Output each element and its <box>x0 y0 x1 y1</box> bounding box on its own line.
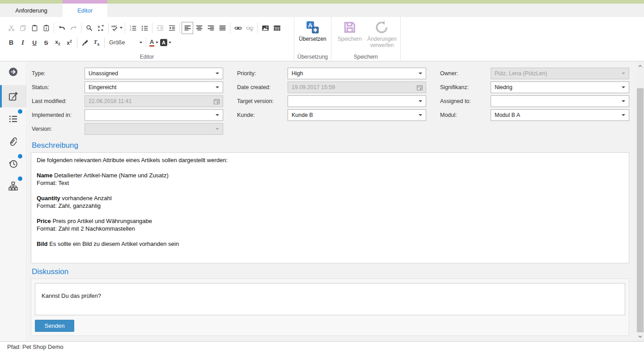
insert-image-button[interactable] <box>259 22 271 34</box>
save-button-label: Speichern <box>338 36 362 42</box>
form-row: Assigned to: <box>440 95 629 107</box>
sidebar-item-attachments[interactable] <box>0 130 26 152</box>
ribbon-toolbar: TbaABC12 BIUSx2x2TxGrößeAA Editor A Über… <box>0 17 644 61</box>
select-field-signifikanz[interactable]: Niedrig <box>491 82 629 93</box>
highlight-color-icon: A <box>160 39 167 46</box>
sidebar-item-collapse[interactable] <box>0 61 26 82</box>
field-label: Implemented in: <box>32 112 85 118</box>
toolbar-row-2: BIUSx2x2TxGrößeAA <box>5 36 294 49</box>
select-field-target-version[interactable] <box>288 95 426 107</box>
select-field-type[interactable]: Unassigned <box>85 68 223 79</box>
toolbar-separator <box>257 23 258 33</box>
form-column-2: Priority:HighDate created:19.09.2017 15:… <box>237 68 426 137</box>
field-value: Modul B A <box>495 112 520 118</box>
indent-button[interactable] <box>166 22 178 34</box>
ribbon-spacer <box>401 17 644 61</box>
redo-icon <box>70 24 77 32</box>
bold-button[interactable]: B <box>5 37 17 49</box>
strikethrough-icon: S <box>44 39 48 46</box>
attribute-form: Type:UnassignedStatus:EingereichtLast mo… <box>27 61 636 137</box>
italic-icon: I <box>21 39 24 47</box>
unlink-button <box>244 22 255 34</box>
ordered-list-button[interactable]: 12 <box>127 22 139 34</box>
subscript-button[interactable]: x2 <box>52 37 64 49</box>
link-button[interactable] <box>232 22 244 34</box>
tab-anforderung[interactable]: Anforderung <box>0 4 63 17</box>
field-label: Target version: <box>237 98 288 104</box>
remove-format-button[interactable]: Tx <box>91 37 102 49</box>
scrollbar-thumb[interactable] <box>637 88 644 332</box>
text-color-button[interactable]: A <box>148 37 160 49</box>
bold-icon: B <box>9 39 13 46</box>
find-button[interactable] <box>83 22 95 34</box>
bullet-list-button[interactable] <box>139 22 150 34</box>
scroll-up-button[interactable] <box>636 62 644 70</box>
field-label: Status: <box>32 84 85 90</box>
redo-button <box>68 22 79 34</box>
field-label: Version: <box>32 126 85 132</box>
chevron-down-icon <box>419 114 422 116</box>
align-left-button[interactable] <box>182 22 193 34</box>
form-row: Priority:High <box>237 68 426 79</box>
format-painter-button[interactable] <box>79 37 91 49</box>
font-size-combo[interactable]: Größe <box>106 37 144 48</box>
field-label: Priority: <box>237 70 288 77</box>
chevron-down-icon <box>216 73 219 74</box>
underline-button[interactable]: U <box>29 37 40 49</box>
spellcheck-button[interactable]: ABC <box>110 22 123 34</box>
scroll-down-button[interactable] <box>636 333 644 340</box>
sidebar-item-history[interactable] <box>0 152 26 175</box>
form-row: Version: <box>32 123 223 135</box>
notification-badge <box>18 109 22 114</box>
vertical-scrollbar[interactable] <box>636 61 644 341</box>
svg-text:A: A <box>308 22 313 29</box>
align-right-button[interactable] <box>205 22 216 34</box>
field-label: Owner: <box>440 70 491 77</box>
calendar-icon <box>213 98 220 105</box>
form-row: Owner:Pütz, Lena (PützLen) <box>440 68 629 79</box>
superscript-button[interactable]: x2 <box>64 37 75 49</box>
toolbar-separator <box>152 23 153 33</box>
comment-input[interactable]: Kannst Du das prüfen? <box>35 283 625 315</box>
insert-table-button[interactable] <box>271 22 283 34</box>
svg-text:ABC: ABC <box>111 25 118 27</box>
description-term: Price <box>37 218 51 224</box>
select-field-priority[interactable]: High <box>288 68 426 79</box>
description-richtext[interactable]: Die folgenden relevanten Attribute eines… <box>31 152 629 263</box>
select-field-modul[interactable]: Modul B A <box>491 109 629 121</box>
replace-button[interactable]: ba <box>95 22 106 34</box>
description-block: Price Preis pro Artikel und Währungsanga… <box>37 217 623 232</box>
description-block: Bild Es sollte ein Bild zu diesem Artike… <box>37 240 623 248</box>
history-icon <box>8 159 18 169</box>
translate-button[interactable]: A Übersetzen <box>297 17 329 42</box>
strikethrough-button[interactable]: S <box>40 37 52 49</box>
ribbon-group-label-editor: Editor <box>0 54 294 60</box>
justify-button[interactable] <box>216 22 228 34</box>
tab-editor[interactable]: Editor <box>63 4 107 17</box>
sidebar-item-hierarchy[interactable] <box>0 175 26 197</box>
field-value: 22.06.2018 11:41 <box>89 98 131 104</box>
field-value: 19.09.2017 15:59 <box>292 84 335 90</box>
field-value: Unassigned <box>89 70 118 77</box>
undo-button[interactable] <box>56 22 68 34</box>
align-center-button[interactable] <box>193 22 205 34</box>
paste-button[interactable] <box>29 22 40 34</box>
underline-icon: U <box>32 39 37 46</box>
select-field-status[interactable]: Eingereicht <box>85 82 223 93</box>
select-field-assigned-to[interactable] <box>491 95 629 107</box>
description-block: Name Detailierter Artikel-Name (Name und… <box>37 172 623 187</box>
sidebar-item-attributes[interactable] <box>0 107 26 130</box>
select-field-kunde[interactable]: Kunde B <box>288 109 426 121</box>
cut-button <box>5 22 17 34</box>
toolbar-separator <box>230 23 230 33</box>
discard-button-label: Änderungen verwerfen <box>366 36 398 48</box>
italic-button[interactable]: I <box>17 37 29 49</box>
sidebar-item-editor[interactable] <box>0 85 26 107</box>
description-text: vorhandene Anzahl <box>60 195 112 202</box>
highlight-color-button[interactable]: A <box>160 37 172 49</box>
select-field-implemented-in[interactable] <box>85 109 223 121</box>
clip-icon <box>8 136 18 146</box>
paste-text-button[interactable]: T <box>40 22 52 34</box>
send-button[interactable]: Senden <box>35 320 74 332</box>
chevron-down-icon <box>419 73 422 74</box>
